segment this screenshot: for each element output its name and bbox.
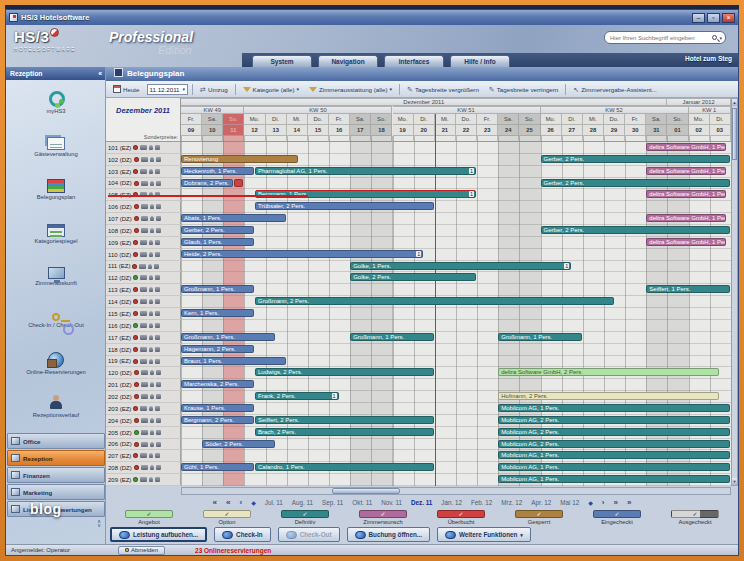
booking-bar[interactable]: Heide, 2 Pers.1 xyxy=(181,250,423,258)
booking-bar[interactable]: Hagemann, 2 Pers. xyxy=(181,345,254,353)
booking-bar[interactable]: deltra Software GmbH, 2 Pers. xyxy=(498,368,719,376)
legend-swatch-angebot[interactable]: ✓ xyxy=(125,510,173,518)
daynumber-cell[interactable]: 16 xyxy=(329,125,350,136)
room-label[interactable]: 205 (DZ) xyxy=(106,427,181,438)
vertical-scrollbar[interactable]: ▲ ▼ xyxy=(731,98,738,486)
booking-bar[interactable]: Seiffert, 1 Pers. xyxy=(646,285,730,293)
daynumber-cell[interactable]: 29 xyxy=(604,125,625,136)
month-nav-apr-12[interactable]: Apr. 12 xyxy=(531,499,551,506)
booking-bar[interactable]: Großmann, 2 Pers. xyxy=(255,297,614,305)
daynumber-cell[interactable]: 12 xyxy=(244,125,265,136)
month-nav-jan-12[interactable]: Jan. 12 xyxy=(441,499,462,506)
booking-bar[interactable]: Calandro, 1 Pers. xyxy=(255,463,434,471)
search-icon[interactable] xyxy=(712,35,717,40)
close-button[interactable]: × xyxy=(722,13,735,23)
booking-bar[interactable]: Mobilcom AG, 1 Pers. xyxy=(498,463,730,471)
nav-forward-icon[interactable]: » xyxy=(627,498,631,508)
scroll-up-icon[interactable]: ▲ xyxy=(732,99,737,106)
tagesbreite-verringern-button[interactable]: ✎Tagesbreite verringern xyxy=(486,84,561,95)
booking-bar[interactable] xyxy=(234,179,244,187)
search-dropdown-icon[interactable]: ▾ xyxy=(719,35,722,41)
sidebar-item-rezeptionsverlauf[interactable]: Rezeptionsverlauf xyxy=(6,386,106,430)
room-label[interactable]: 109 (EZ) xyxy=(106,237,181,248)
legend-swatch-zimmerwunsch[interactable]: ✓ xyxy=(359,510,407,518)
legend-swatch-ueberbucht[interactable]: ✓ xyxy=(437,510,485,518)
room-label[interactable]: 207 (EZ) xyxy=(106,450,181,461)
booking-bar[interactable]: Golke, 2 Pers. xyxy=(350,273,476,281)
booking-bar[interactable]: Renovierung xyxy=(181,155,298,163)
horizontal-scrollbar[interactable] xyxy=(181,487,731,495)
booking-bar[interactable]: Großmann, 1 Pers. xyxy=(498,333,582,341)
legend-swatch-definitiv[interactable]: ✓ xyxy=(281,510,329,518)
booking-bar[interactable]: Ludwigs, 2 Pers. xyxy=(255,368,434,376)
room-label[interactable]: 201 (DZ) xyxy=(106,379,181,390)
daynumber-cell[interactable]: 02 xyxy=(689,125,710,136)
daynumber-cell[interactable]: 21 xyxy=(435,125,456,136)
buchung-ffnen-button[interactable]: Buchung öffnen... xyxy=(347,527,431,542)
booking-bar[interactable]: Pharmaglobal AG, 1 Pers.1 xyxy=(255,167,476,175)
room-label[interactable]: 101 (EZ) xyxy=(106,142,181,153)
booking-bar[interactable]: deltra Software GmbH, 1 Pers. xyxy=(646,238,725,246)
tab-system[interactable]: System xyxy=(252,55,312,67)
booking-bar[interactable]: Trübsaler, 2 Pers. xyxy=(255,202,434,210)
room-label[interactable]: 104 (DZ) xyxy=(106,178,181,188)
tagesbreite-vergroessern-button[interactable]: ✎Tagesbreite vergrößern xyxy=(404,84,482,95)
room-label[interactable]: 115 (EZ) xyxy=(106,308,181,319)
sidebar-nav-marketing[interactable]: Marketing xyxy=(7,484,105,500)
room-label[interactable]: 112 (DZ) xyxy=(106,272,181,283)
sidebar-item-online-reservierungen[interactable]: Online-Reservierungen xyxy=(6,342,106,386)
room-label[interactable]: 118 (DZ) xyxy=(106,344,181,355)
check-in-button[interactable]: Check-In xyxy=(214,527,271,542)
heute-button[interactable]: Heute xyxy=(110,83,143,95)
daynumber-cell[interactable]: 24 xyxy=(498,125,519,136)
daynumber-cell[interactable]: 03 xyxy=(710,125,731,136)
room-label[interactable]: 208 (DZ) xyxy=(106,462,181,473)
legend-swatch-ausgecheckt[interactable]: ✓ xyxy=(671,510,719,518)
booking-bar[interactable]: Frank, 2 Pers.1 xyxy=(255,392,339,400)
room-label[interactable]: 204 (DZ) xyxy=(106,415,181,426)
booking-bar[interactable]: Glaub, 1 Pers. xyxy=(181,238,254,246)
booking-bar[interactable]: deltra Software GmbH, 1 Pers. xyxy=(646,214,725,222)
nav-diamond-icon[interactable]: ◆ xyxy=(251,499,256,506)
daynumber-cell[interactable]: 10 xyxy=(202,125,223,136)
horizontal-scroll-thumb[interactable] xyxy=(332,488,400,494)
room-label[interactable]: 102 (DZ) xyxy=(106,154,181,165)
month-nav-mai-12[interactable]: Mai 12 xyxy=(560,499,579,506)
booking-bar[interactable]: Gerber, 2 Pers. xyxy=(541,155,730,163)
booking-bar[interactable]: Großmann, 1 Pers. xyxy=(350,333,434,341)
daynumber-cell[interactable]: 28 xyxy=(583,125,604,136)
room-label[interactable]: 106 (DZ) xyxy=(106,201,181,212)
sidebar-item-g-steverwaltung[interactable]: Gästeverwaltung xyxy=(6,125,106,169)
weitere-funktionen-button[interactable]: Weitere Funktionen▾ xyxy=(437,527,531,542)
minimize-button[interactable]: – xyxy=(692,13,705,23)
daynumber-cell[interactable]: 11 xyxy=(223,125,244,136)
nav-forward-icon[interactable]: › xyxy=(602,498,605,508)
booking-bar[interactable]: Krause, 1 Pers. xyxy=(181,404,254,412)
room-label[interactable]: 206 (DZ) xyxy=(106,439,181,449)
maximize-button[interactable]: ▫ xyxy=(707,13,720,23)
daynumber-cell[interactable]: 14 xyxy=(287,125,308,136)
room-label[interactable]: 113 (EZ) xyxy=(106,284,181,295)
booking-bar[interactable]: deltra Software GmbH, 1 Pers. xyxy=(646,167,725,175)
booking-bar[interactable]: deltra Software GmbH, 1 Pers. xyxy=(646,190,725,198)
month-nav-okt-11[interactable]: Okt. 11 xyxy=(352,499,372,506)
sidebar-item-belegungsplan[interactable]: Belegungsplan xyxy=(6,168,106,212)
month-nav-mrz-12[interactable]: Mrz. 12 xyxy=(501,499,522,506)
booking-bar[interactable]: Gerber, 2 Pers. xyxy=(181,226,254,234)
booking-bar[interactable]: Golke, 1 Pers.1 xyxy=(350,262,571,270)
sidebar-item-kategoriespiegel[interactable]: Kategoriespiegel xyxy=(6,212,106,256)
legend-swatch-option[interactable]: ✓ xyxy=(203,510,251,518)
sidebar-nav-office[interactable]: Office xyxy=(7,433,105,449)
booking-bar[interactable]: Mobilcom AG, 1 Pers. xyxy=(498,404,730,412)
booking-bar[interactable]: Mobilcom AG, 2 Pers. xyxy=(498,428,730,436)
search-input[interactable] xyxy=(608,34,710,42)
month-nav-nov-11[interactable]: Nov. 11 xyxy=(381,499,402,506)
booking-bar[interactable]: Marchenska, 2 Pers. xyxy=(181,380,254,388)
booking-bar[interactable]: deltra Software GmbH, 1 Pers. xyxy=(646,143,725,151)
room-label[interactable]: 116 (DZ) xyxy=(106,320,181,331)
kategorie-filter[interactable]: Kategorie (alle)▾ xyxy=(240,84,302,95)
booking-bar[interactable]: Mobilcom AG, 2 Pers. xyxy=(498,440,730,448)
month-nav-dez-11[interactable]: Dez. 11 xyxy=(411,499,432,506)
sidebar-item-check-in-check-out[interactable]: Check-In / Check-Out xyxy=(6,299,106,343)
nav-diamond-icon[interactable]: ◆ xyxy=(588,499,593,506)
